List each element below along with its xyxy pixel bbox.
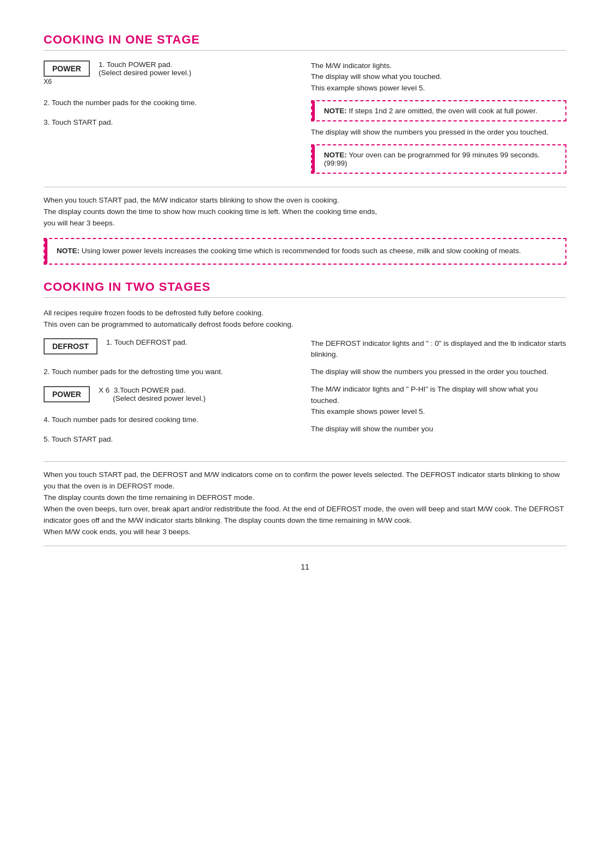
- one-stage-content: POWER X6 1. Touch POWER pad.(Select desi…: [44, 60, 566, 179]
- right-note-2: The display will show the numbers you pr…: [311, 127, 566, 138]
- two-stages-intro: All recipes require frozen foods to be d…: [44, 308, 566, 331]
- two-stages-right-col: The DEFROST indicator lights and " : 0" …: [311, 338, 566, 454]
- note-bar-full: [45, 239, 47, 264]
- step-3-text: 3. Touch START pad.: [44, 117, 295, 128]
- two-stages-title: COOKING IN TWO STAGES: [44, 280, 566, 294]
- divider-two-stages: [44, 297, 566, 298]
- note-box-1: NOTE: If steps 1nd 2 are omitted, the ov…: [311, 100, 566, 121]
- note-box-2: NOTE: Your oven can be programmed for 99…: [311, 144, 566, 174]
- one-stage-left-col: POWER X6 1. Touch POWER pad.(Select desi…: [44, 60, 295, 179]
- cooking-two-stages-section: COOKING IN TWO STAGES All recipes requir…: [44, 280, 566, 546]
- divider-after-two-stages: [44, 461, 566, 462]
- two-stages-content: DEFROST 1. Touch DEFROST pad. 2. Touch n…: [44, 338, 566, 454]
- step-1-button-area: POWER X6: [44, 60, 90, 85]
- note-bar-1: [312, 101, 315, 120]
- power-button-1: POWER: [44, 60, 90, 77]
- note-box-2-inner: NOTE: Your oven can be programmed for 99…: [321, 151, 557, 167]
- ts-step-3-text: X 6 3.Touch POWER pad. (Select desired p…: [99, 386, 295, 402]
- full-note-box-one-stage: NOTE: Using lower power levels increases…: [44, 238, 566, 265]
- note-label-1: NOTE:: [324, 107, 347, 115]
- ts-step-1-text: 1. Touch DEFROST pad.: [106, 338, 295, 346]
- ts-right-note-3: The M/W indicator lights and " P-HI" is …: [311, 384, 566, 417]
- full-note-label: NOTE:: [57, 247, 80, 255]
- ts-step-2-text: 2. Touch number pads for the defrosting …: [44, 366, 295, 377]
- ts-step-5-text: 5. Touch START pad.: [44, 434, 295, 445]
- divider-one-stage: [44, 50, 566, 51]
- note-text-1: If steps 1nd 2 are omitted, the oven wil…: [349, 107, 538, 115]
- ts-step-3-row: POWER X 6 3.Touch POWER pad. (Select des…: [44, 386, 295, 402]
- ts-right-note-1: The DEFROST indicator lights and " : 0" …: [311, 338, 566, 360]
- step-1-text: 1. Touch POWER pad.(Select desired power…: [99, 60, 295, 77]
- ts-step-4-text: 4. Touch number pads for desired cooking…: [44, 414, 295, 425]
- one-stage-title: COOKING IN ONE STAGE: [44, 33, 566, 47]
- note-box-1-inner: NOTE: If steps 1nd 2 are omitted, the ov…: [321, 107, 557, 115]
- x6-label-1: X6: [44, 78, 90, 85]
- ts-step-1-row: DEFROST 1. Touch DEFROST pad.: [44, 338, 295, 354]
- ts-x6-label: X 6: [99, 386, 109, 394]
- page-number: 11: [44, 563, 566, 571]
- note-label-2: NOTE:: [324, 151, 347, 159]
- power-button-2: POWER: [44, 386, 90, 402]
- divider-after-one-stage: [44, 187, 566, 187]
- note-bar-2: [312, 145, 315, 173]
- defrost-button: DEFROST: [44, 338, 97, 354]
- one-stage-right-col: The M/W indicator lights. The display wi…: [311, 60, 566, 179]
- right-note-1: The M/W indicator lights. The display wi…: [311, 60, 566, 94]
- divider-bottom: [44, 546, 566, 546]
- ts-right-note-2: The display will show the numbers you pr…: [311, 366, 566, 377]
- full-note-text: Using lower power levels increases the c…: [82, 247, 521, 255]
- step-2-text: 2. Touch the number pads for the cooking…: [44, 97, 295, 108]
- one-stage-footer-text: When you touch START pad, the M/W indica…: [44, 195, 566, 229]
- two-stages-left-col: DEFROST 1. Touch DEFROST pad. 2. Touch n…: [44, 338, 295, 454]
- step-1-row: POWER X6 1. Touch POWER pad.(Select desi…: [44, 60, 295, 85]
- note-text-2: Your oven can be programmed for 99 minut…: [324, 151, 540, 167]
- two-stages-footer-text: When you touch START pad, the DEFROST an…: [44, 469, 566, 538]
- cooking-one-stage-section: COOKING IN ONE STAGE POWER X6 1. Touch P…: [44, 33, 566, 265]
- ts-right-note-4: The display will show the number you: [311, 424, 566, 435]
